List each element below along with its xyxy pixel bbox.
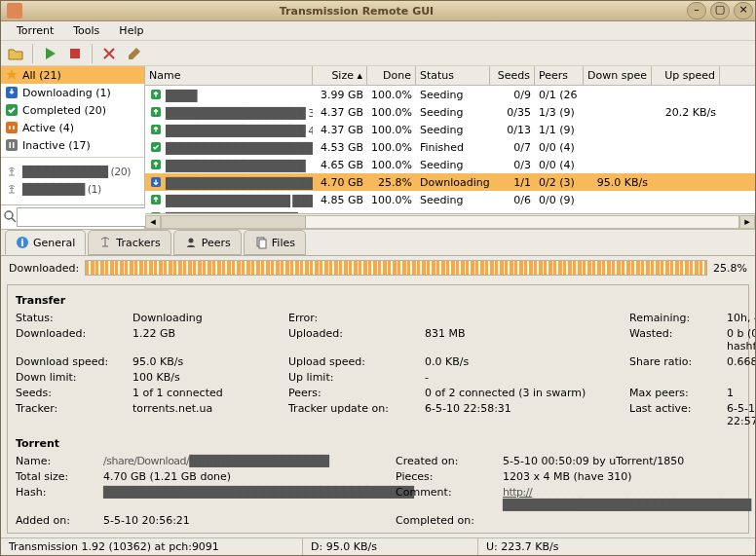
open-button[interactable] bbox=[5, 43, 26, 64]
filter-inactive[interactable]: Inactive (17) bbox=[1, 136, 144, 154]
up-icon bbox=[149, 193, 163, 206]
tab-peers[interactable]: Peers bbox=[173, 230, 242, 255]
files-icon bbox=[254, 236, 268, 249]
properties-button[interactable] bbox=[124, 43, 145, 64]
cell-done: 100.0% bbox=[367, 106, 416, 119]
value-wasted: 0 b (0 hashfails) bbox=[727, 327, 756, 352]
downloaded-percent: 25.8% bbox=[713, 262, 747, 275]
progress-bar bbox=[85, 260, 707, 276]
status-bar: Transmission 1.92 (10362) at pch:9091 D:… bbox=[1, 537, 755, 555]
scroll-track[interactable] bbox=[161, 215, 739, 229]
maximize-button[interactable]: ▢ bbox=[710, 2, 730, 19]
table-row[interactable]: ███████████████████4.53 GB100.0%Finished… bbox=[145, 138, 755, 156]
menu-help[interactable]: Help bbox=[109, 21, 153, 40]
label-seeds: Seeds: bbox=[16, 387, 132, 399]
cell-peers: 0/0 (4) bbox=[535, 141, 584, 154]
scroll-right-button[interactable]: ▸ bbox=[739, 215, 755, 229]
col-down-speed[interactable]: Down spee bbox=[584, 66, 652, 85]
value-seeds: 1 of 1 connected bbox=[132, 387, 288, 399]
tracker-icon bbox=[5, 182, 19, 196]
side-panel: All (21) Downloading (1) Completed (20) … bbox=[1, 66, 145, 229]
label-tracker-update: Tracker update on: bbox=[288, 402, 425, 427]
cell-name: ████████████████ ███ 2 bbox=[166, 195, 313, 207]
value-comment[interactable]: http://████████████████████████████████ bbox=[503, 486, 751, 511]
status-connection: Transmission 1.92 (10362) at pch:9091 bbox=[1, 538, 303, 555]
tracker-filter-1[interactable]: ████████ (1) bbox=[1, 180, 144, 198]
cell-size: 4.70 GB bbox=[313, 176, 367, 189]
info-icon: i bbox=[16, 236, 29, 249]
menu-tools[interactable]: Tools bbox=[63, 21, 109, 40]
scroll-thumb[interactable] bbox=[162, 216, 306, 228]
col-seeds[interactable]: Seeds bbox=[490, 66, 535, 85]
value-ratio: 0.668 bbox=[727, 355, 756, 368]
tracker-filter-0[interactable]: ███████████ (20) bbox=[1, 163, 144, 180]
down-icon bbox=[149, 175, 163, 189]
close-button[interactable]: × bbox=[734, 2, 753, 19]
cell-peers: 1/3 (9) bbox=[535, 106, 584, 119]
menubar: Torrent Tools Help bbox=[1, 21, 755, 41]
filter-list: All (21) Downloading (1) Completed (20) … bbox=[1, 66, 144, 204]
filter-all[interactable]: All (21) bbox=[1, 66, 144, 84]
titlebar: Transmission Remote GUI – ▢ × bbox=[1, 1, 755, 21]
minimize-button[interactable]: – bbox=[687, 2, 706, 19]
transfer-title: Transfer bbox=[16, 294, 740, 307]
svg-rect-6 bbox=[13, 142, 15, 148]
tracker-icon bbox=[98, 236, 112, 249]
table-row[interactable]: ████████████████ ███ 24.85 GB100.0%Seedi… bbox=[145, 191, 755, 208]
col-up-speed[interactable]: Up speed bbox=[652, 66, 720, 85]
horizontal-scrollbar[interactable]: ◂ ▸ bbox=[145, 213, 755, 229]
filter-active[interactable]: Active (4) bbox=[1, 119, 144, 136]
search-input[interactable] bbox=[17, 207, 166, 227]
value-down-limit: 100 KB/s bbox=[132, 371, 288, 384]
label-status: Status: bbox=[16, 312, 132, 324]
label-tracker: Tracker: bbox=[16, 402, 132, 427]
cell-done: 100.0% bbox=[367, 141, 416, 154]
filter-label: Active (4) bbox=[22, 122, 74, 134]
cell-done: 25.8% bbox=[367, 176, 416, 189]
filter-label: All (21) bbox=[22, 69, 61, 82]
menu-torrent[interactable]: Torrent bbox=[7, 21, 63, 40]
cell-seeds: 0/9 bbox=[490, 89, 535, 101]
tab-trackers[interactable]: Trackers bbox=[88, 230, 170, 255]
value-error bbox=[425, 312, 629, 324]
cell-peers: 0/2 (3) bbox=[535, 176, 584, 189]
table-row[interactable]: ████3.99 GB100.0%Seeding0/90/1 (26 bbox=[145, 86, 755, 103]
filter-completed[interactable]: Completed (20) bbox=[1, 101, 144, 119]
value-added: 5-5-10 20:56:21 bbox=[103, 514, 396, 527]
value-uploaded: 831 MB bbox=[425, 327, 629, 352]
tab-general[interactable]: iGeneral bbox=[5, 230, 86, 255]
value-remaining: 10h, 41m bbox=[727, 312, 756, 324]
check-icon bbox=[5, 103, 19, 117]
table-row[interactable]: ██████████████████ 44.37 GB100.0%Seeding… bbox=[145, 121, 755, 138]
table-row[interactable]: ██████████████████4.65 GB100.0%Seeding0/… bbox=[145, 156, 755, 173]
filter-downloading[interactable]: Downloading (1) bbox=[1, 84, 144, 101]
up-icon bbox=[149, 105, 163, 119]
value-total-size: 4.70 GB (1.21 GB done) bbox=[103, 470, 396, 483]
start-button[interactable] bbox=[39, 43, 60, 64]
delete-button[interactable] bbox=[98, 43, 120, 64]
table-row[interactable]: ███████████████████4.70 GB25.8%Downloadi… bbox=[145, 173, 755, 191]
tracker-label: ████████ (1) bbox=[22, 183, 101, 196]
progress-row: Downloaded: 25.8% bbox=[1, 256, 755, 279]
label-comment: Comment: bbox=[396, 486, 503, 511]
col-peers[interactable]: Peers bbox=[535, 66, 584, 85]
toolbar bbox=[1, 41, 755, 66]
scroll-left-button[interactable]: ◂ bbox=[145, 215, 161, 229]
app-icon bbox=[7, 3, 22, 19]
col-done[interactable]: Done bbox=[367, 66, 416, 85]
cell-done: 100.0% bbox=[367, 124, 416, 136]
value-tracker: torrents.net.ua bbox=[132, 402, 288, 427]
table-row[interactable]: ██████████████████ 34.37 GB100.0%Seeding… bbox=[145, 103, 755, 121]
col-size[interactable]: Size ▴ bbox=[313, 66, 367, 85]
cell-size: 4.37 GB bbox=[313, 106, 367, 119]
tracker-icon bbox=[5, 165, 19, 178]
value-tracker-update: 6-5-10 22:58:31 bbox=[425, 402, 629, 427]
label-remaining: Remaining: bbox=[629, 312, 727, 324]
torrent-list: Name Size ▴ Done Status Seeds Peers Down… bbox=[145, 66, 755, 229]
col-name[interactable]: Name bbox=[145, 66, 313, 85]
svg-rect-0 bbox=[70, 49, 80, 58]
tab-files[interactable]: Files bbox=[244, 230, 306, 255]
stop-button[interactable] bbox=[64, 43, 86, 64]
label-ratio: Share ratio: bbox=[629, 355, 727, 368]
col-status[interactable]: Status bbox=[416, 66, 490, 85]
